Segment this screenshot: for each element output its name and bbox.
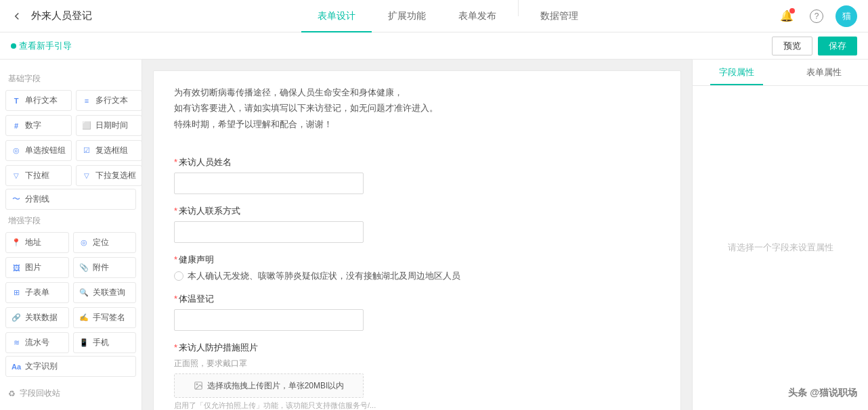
app-title: 外来人员登记 bbox=[31, 9, 92, 22]
field-health-declaration: *健康声明 本人确认无发烧、咳嗽等肺炎疑似症状，没有接触湖北及周边地区人员 bbox=[174, 254, 660, 282]
single-text-icon: T bbox=[12, 96, 21, 106]
image-icon: 🖼 bbox=[12, 263, 21, 273]
basic-fields-grid: T 单行文本 ≡ 多行文本 # 数字 ⬜ 日期时间 ◎ 单选按钮组 ☑ 复选框组 bbox=[5, 90, 136, 186]
sub-actions: 预览 保存 bbox=[772, 37, 857, 55]
field-divider[interactable]: 〜 分割线 bbox=[5, 189, 136, 210]
radio-icon: ◎ bbox=[12, 146, 21, 156]
bell-button[interactable]: 🔔 bbox=[776, 5, 798, 27]
main-layout: 基础字段 T 单行文本 ≡ 多行文本 # 数字 ⬜ 日期时间 ◎ 单选按钮组 bbox=[0, 60, 868, 410]
visitor-name-input[interactable] bbox=[174, 173, 364, 194]
nav-icons: 🔔 ? 猫 bbox=[776, 5, 857, 27]
tab-field-props[interactable]: 字段属性 bbox=[693, 60, 781, 85]
multi-text-icon: ≡ bbox=[82, 96, 91, 106]
checkbox-icon: ☑ bbox=[82, 146, 91, 156]
datetime-icon: ⬜ bbox=[82, 121, 91, 131]
field-single-text[interactable]: T 单行文本 bbox=[5, 90, 72, 111]
left-sidebar: 基础字段 T 单行文本 ≡ 多行文本 # 数字 ⬜ 日期时间 ◎ 单选按钮组 bbox=[0, 60, 142, 410]
form-notice: 为有效切断病毒传播途径，确保人员生命安全和身体健康， 如有访客要进入，请如实填写… bbox=[174, 85, 660, 143]
help-button[interactable]: ? bbox=[806, 5, 827, 27]
guide-dot bbox=[11, 43, 16, 49]
health-label: *健康声明 bbox=[174, 254, 660, 266]
field-protection-photo: *来访人防护措施照片 正面照，要求戴口罩 选择或拖拽上传图片，单张20MBI以内… bbox=[174, 342, 660, 410]
recycle-icon: ♻ bbox=[8, 389, 16, 398]
bell-dot bbox=[789, 8, 795, 14]
top-nav: 外来人员登记 表单设计 扩展功能 表单发布 数据管理 🔔 ? 猫 bbox=[0, 0, 868, 32]
field-handwrite[interactable]: ✍ 手写签名 bbox=[73, 307, 137, 328]
field-flow[interactable]: ≋ 流水号 bbox=[5, 332, 69, 353]
field-ocr[interactable]: Aa 文字识别 bbox=[5, 356, 136, 377]
visitor-name-label: *来访人员姓名 bbox=[174, 156, 660, 168]
field-multi-text[interactable]: ≡ 多行文本 bbox=[76, 90, 142, 111]
guide-link[interactable]: 查看新手引导 bbox=[11, 40, 72, 52]
recycle-button[interactable]: ♻ 字段回收站 bbox=[5, 382, 136, 405]
form-canvas: 为有效切断病毒传播途径，确保人员生命安全和身体健康， 如有访客要进入，请如实填写… bbox=[153, 70, 681, 410]
nav-tabs: 表单设计 扩展功能 表单发布 数据管理 bbox=[119, 0, 776, 32]
subtable-icon: ⊞ bbox=[12, 288, 21, 298]
field-location[interactable]: ◎ 定位 bbox=[73, 232, 137, 253]
tab-extend[interactable]: 扩展功能 bbox=[372, 0, 442, 32]
field-address[interactable]: 📍 地址 bbox=[5, 232, 69, 253]
divider-grid: 〜 分割线 bbox=[5, 189, 136, 210]
attachment-icon: 📎 bbox=[79, 263, 89, 273]
field-image[interactable]: 🖼 图片 bbox=[5, 257, 69, 278]
field-attachment[interactable]: 📎 附件 bbox=[73, 257, 137, 278]
health-radio-option[interactable]: 本人确认无发烧、咳嗽等肺炎疑似症状，没有接触湖北及周边地区人员 bbox=[174, 270, 660, 282]
flow-icon: ≋ bbox=[12, 338, 21, 348]
field-related[interactable]: 🔗 关联数据 bbox=[5, 307, 69, 328]
field-datetime[interactable]: ⬜ 日期时间 bbox=[76, 115, 142, 136]
photo-section: 正面照，要求戴口罩 选择或拖拽上传图片，单张20MBI以内 启用了「仅允许拍照上… bbox=[174, 358, 660, 410]
tab-publish[interactable]: 表单发布 bbox=[442, 0, 513, 32]
photo-note: 启用了「仅允许拍照上传」功能，该功能只支持微信服务号/... bbox=[174, 401, 660, 410]
back-button[interactable] bbox=[11, 10, 23, 22]
basic-fields-title: 基础字段 bbox=[8, 73, 133, 85]
preview-button[interactable]: 预览 bbox=[772, 37, 812, 55]
photo-hint: 正面照，要求戴口罩 bbox=[174, 358, 660, 369]
field-visitor-name: *来访人员姓名 bbox=[174, 156, 660, 194]
field-radio[interactable]: ◎ 单选按钮组 bbox=[5, 140, 72, 161]
sub-header: 查看新手引导 预览 保存 bbox=[0, 32, 868, 60]
temp-label: *体温登记 bbox=[174, 293, 660, 305]
location-icon: ◎ bbox=[79, 238, 89, 248]
ocr-icon: Aa bbox=[12, 362, 21, 371]
handwrite-icon: ✍ bbox=[79, 313, 89, 323]
field-select[interactable]: ▽ 下拉框 bbox=[5, 165, 72, 186]
field-query[interactable]: 🔍 关联查询 bbox=[73, 282, 137, 303]
right-panel: 字段属性 表单属性 请选择一个字段来设置属性 bbox=[692, 60, 868, 410]
temp-record-input[interactable] bbox=[174, 309, 364, 331]
divider-icon: 〜 bbox=[12, 195, 21, 204]
tab-data[interactable]: 数据管理 bbox=[524, 0, 594, 32]
field-mobile[interactable]: 📱 手机 bbox=[73, 332, 137, 353]
tab-form-design[interactable]: 表单设计 bbox=[301, 0, 372, 32]
query-icon: 🔍 bbox=[79, 288, 89, 298]
right-tabs: 字段属性 表单属性 bbox=[693, 60, 868, 86]
photo-label: *来访人防护措施照片 bbox=[174, 342, 660, 354]
address-icon: 📍 bbox=[12, 238, 21, 248]
nav-divider bbox=[518, 0, 519, 16]
field-visitor-contact: *来访人联系方式 bbox=[174, 205, 660, 243]
select-icon: ▽ bbox=[12, 171, 21, 181]
tab-form-props[interactable]: 表单属性 bbox=[781, 60, 869, 85]
field-temp-record: *体温登记 bbox=[174, 293, 660, 331]
center-canvas: 为有效切断病毒传播途径，确保人员生命安全和身体健康， 如有访客要进入，请如实填写… bbox=[142, 60, 692, 410]
number-icon: # bbox=[12, 121, 21, 131]
visitor-contact-label: *来访人联系方式 bbox=[174, 205, 660, 217]
field-checkbox[interactable]: ☑ 复选框组 bbox=[76, 140, 142, 161]
radio-circle bbox=[174, 271, 183, 281]
svg-point-1 bbox=[196, 384, 198, 385]
multi-select-icon: ▽ bbox=[82, 171, 91, 181]
upload-icon bbox=[194, 381, 203, 390]
field-multi-select[interactable]: ▽ 下拉复选框 bbox=[76, 165, 142, 186]
related-icon: 🔗 bbox=[12, 313, 21, 323]
help-icon: ? bbox=[810, 9, 823, 23]
ocr-grid: Aa 文字识别 bbox=[5, 356, 136, 377]
right-empty-hint: 请选择一个字段来设置属性 bbox=[693, 86, 868, 409]
photo-upload-button[interactable]: 选择或拖拽上传图片，单张20MBI以内 bbox=[174, 373, 364, 398]
enhanced-fields-title: 增强字段 bbox=[8, 215, 133, 227]
save-button[interactable]: 保存 bbox=[818, 37, 857, 55]
enhanced-fields-grid: 📍 地址 ◎ 定位 🖼 图片 📎 附件 ⊞ 子表单 🔍 关联查询 bbox=[5, 232, 136, 353]
field-number[interactable]: # 数字 bbox=[5, 115, 72, 136]
visitor-contact-input[interactable] bbox=[174, 221, 364, 243]
mobile-icon: 📱 bbox=[79, 338, 89, 348]
field-subtable[interactable]: ⊞ 子表单 bbox=[5, 282, 69, 303]
avatar[interactable]: 猫 bbox=[836, 5, 857, 27]
